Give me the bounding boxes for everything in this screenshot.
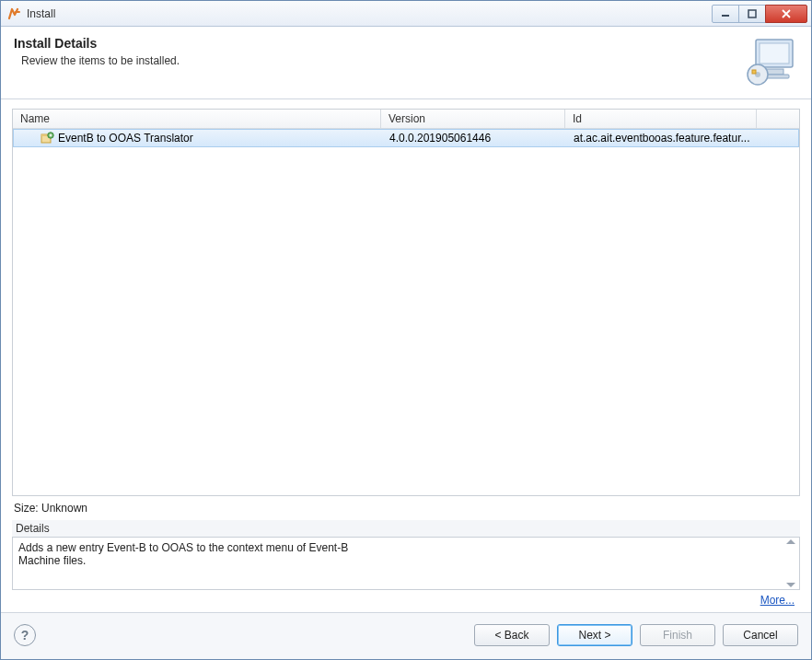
details-scrollbar[interactable] — [783, 538, 799, 589]
details-text: Adds a new entry Event-B to OOAS to the … — [13, 538, 783, 589]
col-version[interactable]: Version — [381, 110, 565, 128]
svg-rect-1 — [748, 10, 756, 17]
scroll-down-icon[interactable] — [786, 583, 795, 587]
install-wizard-icon — [743, 36, 798, 87]
svg-rect-0 — [722, 15, 729, 17]
maximize-button[interactable] — [738, 5, 766, 23]
install-dialog: Install Install Details Review the items… — [0, 0, 812, 660]
table-row[interactable]: EventB to OOAS Translator 4.0.0.20190506… — [13, 129, 799, 147]
row-version: 4.0.0.201905061446 — [382, 132, 566, 145]
titlebar: Install — [1, 1, 811, 27]
svg-rect-8 — [752, 70, 756, 74]
details-label: Details — [12, 520, 800, 537]
minimize-button[interactable] — [712, 5, 739, 23]
banner: Install Details Review the items to be i… — [1, 27, 811, 99]
page-subtitle: Review the items to be installed. — [14, 54, 736, 67]
col-spacer — [757, 110, 799, 128]
details-box: Adds a new entry Event-B to OOAS to the … — [12, 537, 800, 590]
close-button[interactable] — [765, 5, 807, 23]
row-id: at.ac.ait.eventbooas.feature.featur... — [566, 132, 798, 145]
install-items-table[interactable]: Name Version Id — [12, 109, 800, 496]
page-title: Install Details — [14, 36, 736, 51]
dialog-content: Install Details Review the items to be i… — [1, 27, 811, 659]
help-icon[interactable]: ? — [14, 624, 36, 646]
row-name: EventB to OOAS Translator — [58, 132, 193, 145]
scroll-up-icon[interactable] — [786, 539, 795, 544]
button-bar: ? < Back Next > Finish Cancel — [1, 612, 811, 659]
svg-rect-3 — [760, 43, 789, 64]
feature-icon — [40, 131, 54, 145]
table-header: Name Version Id — [13, 110, 799, 129]
back-button[interactable]: < Back — [474, 624, 550, 646]
size-label: Size: Unknown — [12, 496, 800, 518]
cancel-button[interactable]: Cancel — [723, 624, 798, 646]
col-name[interactable]: Name — [13, 110, 381, 128]
col-id[interactable]: Id — [565, 110, 757, 128]
window-controls — [713, 5, 807, 23]
app-icon — [6, 6, 21, 21]
finish-button: Finish — [640, 624, 715, 646]
window-title: Install — [27, 7, 55, 20]
more-link[interactable]: More... — [760, 594, 795, 607]
next-button[interactable]: Next > — [557, 624, 632, 646]
